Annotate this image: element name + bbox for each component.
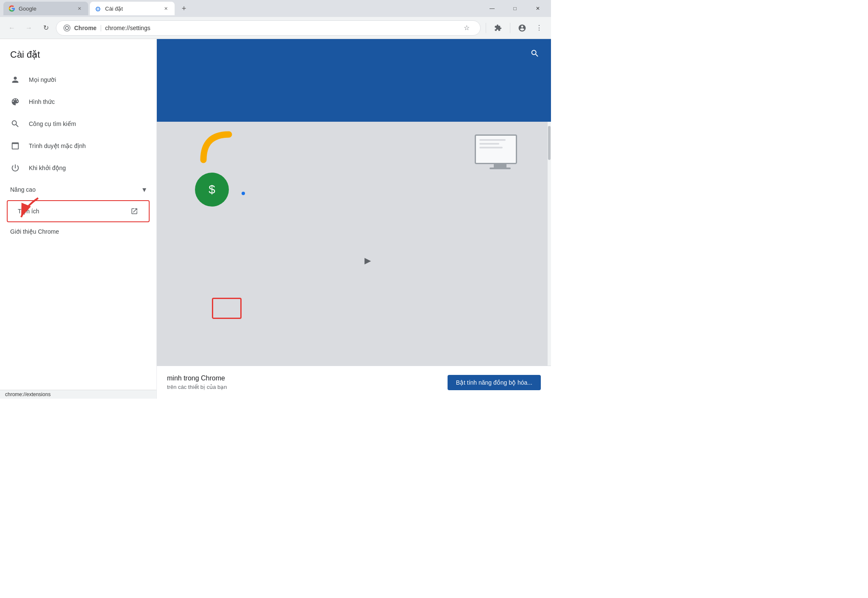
search-icon	[10, 119, 20, 129]
sidebar: Cài đặt Mọi người Hình thức	[0, 39, 157, 399]
sync-title-bind: minh trong Chrome	[167, 374, 225, 382]
refresh-button[interactable]: ↻	[39, 21, 53, 35]
url-separator: |	[100, 24, 102, 32]
bookmark-icon[interactable]: ☆	[460, 21, 473, 35]
url-chrome-label: Chrome	[74, 25, 97, 31]
sync-text-area: minh trong Chrome trên các thiết bị của …	[167, 374, 439, 390]
toolbar-separator-1	[486, 23, 486, 33]
toolbar-separator-2	[510, 23, 510, 33]
tab-google[interactable]: Google ✕	[3, 2, 88, 15]
sync-banner: ▶ minh trong Chrome trên các thiết bị củ…	[157, 366, 551, 399]
url-right-icons: ☆	[460, 21, 473, 35]
status-bar: chrome://extensions	[0, 390, 156, 399]
tab-google-label: Google	[19, 6, 72, 12]
address-bar: ← → ↻ Chrome | chrome://settings ☆ ⋮	[0, 17, 551, 39]
about-label: Giới thiệu Chrome	[10, 228, 59, 235]
tab-settings-close[interactable]: ✕	[162, 5, 170, 12]
device-base	[490, 168, 511, 169]
maximize-button[interactable]: □	[505, 0, 525, 17]
blue-dot	[242, 192, 245, 195]
profile-icon[interactable]	[515, 21, 529, 35]
svg-point-0	[64, 25, 70, 31]
advanced-label: Nâng cao	[10, 186, 36, 193]
sync-title: minh trong Chrome	[167, 374, 439, 382]
window-controls: — □ ✕	[482, 0, 548, 17]
scrollbar[interactable]	[548, 122, 551, 366]
chevron-down-icon: ▾	[142, 185, 146, 194]
url-path: chrome://settings	[105, 25, 150, 31]
url-bar[interactable]: Chrome | chrome://settings ☆	[56, 20, 481, 36]
settings-search-icon[interactable]	[527, 46, 542, 61]
sidebar-item-advanced[interactable]: Nâng cao ▾	[0, 179, 156, 200]
appearance-icon	[10, 97, 20, 107]
sidebar-item-startup[interactable]: Khi khởi động	[0, 157, 156, 179]
new-tab-button[interactable]: +	[178, 3, 190, 14]
tab-google-close[interactable]: ✕	[75, 5, 83, 12]
sidebar-item-default-browser[interactable]: Trình duyệt mặc định	[0, 135, 156, 157]
sync-button[interactable]: Bật tính năng đồng bộ hóa...	[448, 375, 541, 390]
sidebar-item-about[interactable]: Giới thiệu Chrome	[0, 222, 156, 241]
default-browser-label: Trình duyệt mặc định	[29, 143, 86, 149]
menu-icon[interactable]: ⋮	[532, 21, 546, 35]
people-label: Mọi người	[29, 76, 56, 83]
status-url: chrome://extensions	[5, 391, 50, 397]
settings-gear-icon: ⚙	[95, 5, 102, 12]
scrollbar-thumb[interactable]	[548, 126, 551, 160]
device-stand	[494, 164, 506, 168]
sync-subtitle: trên các thiết bị của bạn	[167, 384, 439, 390]
device-lines	[479, 139, 512, 151]
sidebar-nav: Mọi người Hình thức Công cụ tìm ki	[0, 69, 156, 390]
search-label: Công cụ tìm kiếm	[29, 120, 76, 127]
forward-button[interactable]: →	[22, 21, 36, 35]
device-illustration	[475, 134, 526, 177]
browser-content: Cài đặt Mọi người Hình thức	[0, 39, 551, 399]
minimize-button[interactable]: —	[482, 0, 502, 17]
device-line-1	[479, 139, 506, 141]
startup-label: Khi khởi động	[29, 165, 66, 171]
arrow-area: Tiện ích	[0, 200, 156, 222]
illustration-box: $	[157, 122, 551, 366]
appearance-label: Hình thức	[29, 98, 55, 105]
sync-title-text: minh trong Chrome	[167, 374, 225, 382]
close-button[interactable]: ✕	[528, 0, 548, 17]
default-browser-icon	[10, 141, 20, 151]
green-circle: $	[195, 173, 229, 207]
device-screen	[475, 134, 517, 164]
sync-arrow-right: ▶	[364, 255, 371, 265]
tab-settings-label: Cài đặt	[105, 6, 159, 12]
yellow-arc	[199, 130, 237, 170]
main-panel: $	[157, 39, 551, 399]
device-line-2	[479, 143, 499, 145]
extensions-icon[interactable]	[491, 21, 505, 35]
google-icon	[8, 5, 15, 12]
extensions-label: Tiện ích	[18, 208, 130, 215]
title-bar: Google ✕ ⚙ Cài đặt ✕ + — □ ✕	[0, 0, 551, 17]
illustrated-area: $	[157, 122, 551, 399]
sidebar-item-search[interactable]: Công cụ tìm kiếm	[0, 113, 156, 135]
red-square	[212, 298, 242, 319]
advanced-left: Nâng cao	[10, 186, 36, 193]
back-button[interactable]: ←	[5, 21, 19, 35]
external-link-icon	[130, 207, 139, 215]
sidebar-item-appearance[interactable]: Hình thức	[0, 91, 156, 113]
main-header	[157, 39, 551, 122]
sidebar-title: Cài đặt	[0, 39, 156, 69]
tab-settings[interactable]: ⚙ Cài đặt ✕	[90, 2, 175, 15]
sidebar-item-people[interactable]: Mọi người	[0, 69, 156, 91]
people-icon	[10, 75, 20, 85]
startup-icon	[10, 163, 20, 173]
url-security-icon	[63, 24, 71, 32]
device-line-3	[479, 147, 503, 148]
sidebar-item-extensions[interactable]: Tiện ích	[7, 200, 150, 222]
